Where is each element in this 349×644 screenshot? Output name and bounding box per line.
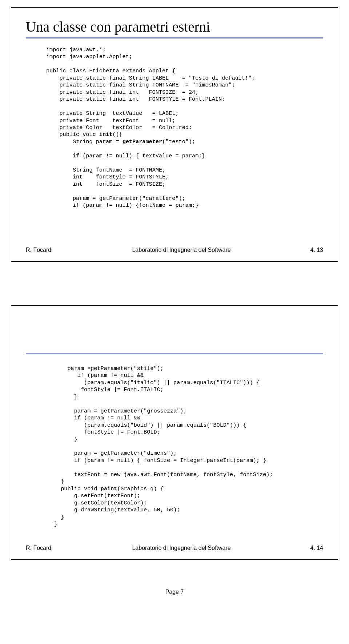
footer-page: 4. 14 xyxy=(310,545,323,551)
divider xyxy=(26,37,323,39)
code-text: import java.awt.*; import java.applet.Ap… xyxy=(46,47,255,131)
footer-title: Laboratorio di Ingegneria del Software xyxy=(132,545,230,551)
slide-title: Una classe con parametri esterni xyxy=(26,19,323,35)
code-bold: getParameter xyxy=(123,138,162,145)
code-text: ("testo"); if (param != null) { textValu… xyxy=(46,138,205,209)
divider xyxy=(26,353,323,354)
footer-author: R. Focardi xyxy=(26,545,53,551)
footer-page: 4. 13 xyxy=(310,247,323,253)
footer-title: Laboratorio di Ingegneria del Software xyxy=(132,247,230,253)
code-text: public void xyxy=(46,131,99,138)
slide-footer: R. Focardi Laboratorio di Ingegneria del… xyxy=(26,545,323,551)
slide-footer: R. Focardi Laboratorio di Ingegneria del… xyxy=(26,247,323,253)
page-number: Page 7 xyxy=(0,589,349,595)
code-bold: init xyxy=(99,131,112,138)
footer-author: R. Focardi xyxy=(26,247,53,253)
code-text: param =getParameter("stile"); if (param … xyxy=(54,365,273,485)
slide-1: Una classe con parametri esterni import … xyxy=(11,7,338,262)
code-block-2: param =getParameter("stile"); if (param … xyxy=(26,365,323,528)
code-text: public void xyxy=(54,486,101,492)
code-block-1: import java.awt.*; import java.applet.Ap… xyxy=(26,47,323,209)
slide-2: param =getParameter("stile"); if (param … xyxy=(11,305,338,560)
code-bold: paint xyxy=(101,486,117,492)
